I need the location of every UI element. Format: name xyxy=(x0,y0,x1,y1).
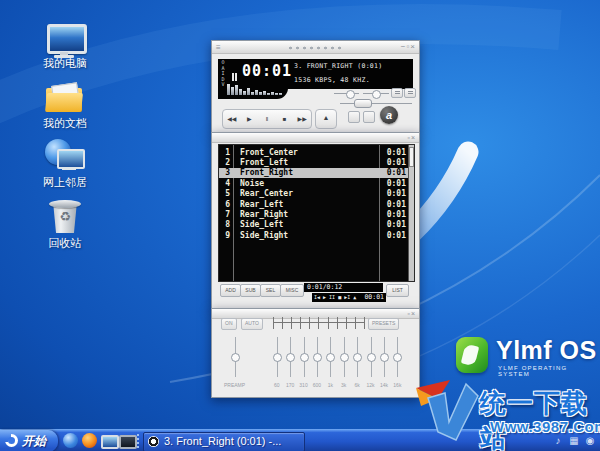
quick-launch-terminal[interactable] xyxy=(119,433,135,449)
eq-bands: 60 170 310 600 1k 3k 6k 12k 14k 16k xyxy=(270,335,404,393)
playlist-sel-button[interactable]: SEL xyxy=(260,284,281,297)
eq-graph xyxy=(273,317,365,329)
window-menu-icon[interactable]: ≡ xyxy=(216,43,221,52)
os-subtitle: YLMF OPERATING SYSTEM xyxy=(498,365,600,377)
eq-slider-knob[interactable] xyxy=(340,353,349,362)
desktop-icon-network-places[interactable]: 网上邻居 xyxy=(28,133,102,190)
playlist[interactable]: 1Front_Center0:01 2Front_Left0:01 3Front… xyxy=(218,144,415,282)
desktop-icon-my-documents[interactable]: 我的文档 xyxy=(28,74,102,131)
eq-slider-knob[interactable] xyxy=(326,353,335,362)
quick-launch-browser[interactable] xyxy=(63,433,79,449)
mini-eject-button[interactable]: ▲ xyxy=(353,294,356,300)
desktop-icon-recycle-bin[interactable]: ♻ 回收站 xyxy=(28,194,102,251)
eq-preamp: PREAMP xyxy=(228,335,241,393)
close-icon[interactable]: × xyxy=(411,310,416,317)
playlist-row-selected[interactable]: 3Front_Right0:01 xyxy=(219,168,408,178)
audacious-logo-icon[interactable]: a xyxy=(380,106,398,124)
ylmf-logo-icon xyxy=(456,337,488,373)
quick-launch-show-desktop[interactable] xyxy=(101,433,117,449)
clutterbar[interactable]: O A I D V xyxy=(220,60,226,88)
titlebar-dots xyxy=(287,44,345,50)
playlist-row[interactable]: 4Noise0:01 xyxy=(219,178,408,188)
preamp-slider-knob[interactable] xyxy=(231,353,240,362)
preamp-label: PREAMP xyxy=(222,382,247,388)
player-task-icon xyxy=(148,436,159,447)
playlist-row[interactable]: 1Front_Center0:01 xyxy=(219,147,408,157)
playlist-position-display: 0:01/0:12 xyxy=(304,283,383,292)
playlist-row[interactable]: 2Front_Left0:01 xyxy=(219,157,408,167)
volume-knob[interactable] xyxy=(346,90,355,99)
playlist-list-button[interactable]: LIST xyxy=(386,284,409,297)
playlist-sub-button[interactable]: SUB xyxy=(240,284,261,297)
playlist-titlebar[interactable]: ▫× xyxy=(212,133,419,143)
system-tray: ♪ ▦ ◉ xyxy=(552,434,596,447)
pause-button[interactable]: ‖ xyxy=(258,110,276,128)
task-button-player[interactable]: 3. Front_Right (0:01) -... xyxy=(143,432,305,451)
close-icon[interactable]: × xyxy=(410,42,416,51)
time-display[interactable]: 00:01 xyxy=(242,62,292,80)
shuffle-button[interactable] xyxy=(348,111,360,123)
next-button[interactable]: ▶▶ xyxy=(293,110,311,128)
playlist-scrollbar-thumb[interactable] xyxy=(409,147,414,167)
repeat-button[interactable] xyxy=(363,111,375,123)
desktop-icon-label: 我的文档 xyxy=(28,116,102,131)
desktop-icon-my-computer[interactable]: 我的电脑 xyxy=(28,14,102,71)
eq-slider-knob[interactable] xyxy=(300,353,309,362)
desktop: 我的电脑 我的文档 网上邻居 ♻ 回收站 ≡ −▫× O A I D V xyxy=(0,0,600,451)
eject-button[interactable]: ▲ xyxy=(315,109,337,129)
eq-slider-knob[interactable] xyxy=(313,353,322,362)
playlist-toggle-button[interactable] xyxy=(404,88,416,98)
eq-presets-button[interactable]: PRESETS xyxy=(368,318,399,330)
playlist-row[interactable]: 8Side_Left0:01 xyxy=(219,220,408,230)
eq-slider-knob[interactable] xyxy=(393,353,402,362)
previous-button[interactable]: ◀◀ xyxy=(223,110,241,128)
playlist-scrollbar[interactable] xyxy=(408,145,414,281)
desktop-icon-label: 我的电脑 xyxy=(28,56,102,71)
taskbar-separator xyxy=(136,433,140,449)
balance-knob[interactable] xyxy=(372,90,381,99)
mini-previous-button[interactable]: I◀ xyxy=(314,294,320,300)
eq-band-slider[interactable]: 16k xyxy=(391,335,404,393)
terminal-icon xyxy=(119,435,137,449)
eq-auto-button[interactable]: AUTO xyxy=(241,318,263,330)
player-main-titlebar[interactable]: ≡ −▫× xyxy=(212,41,419,54)
mini-play-button[interactable]: ▶ xyxy=(323,294,326,300)
my-computer-icon xyxy=(47,24,83,54)
playlist-misc-button[interactable]: MISC xyxy=(280,284,304,297)
playlist-row[interactable]: 6Rear_Left0:01 xyxy=(219,199,408,209)
eq-slider-knob[interactable] xyxy=(273,353,282,362)
close-icon[interactable]: × xyxy=(411,134,416,141)
eq-on-button[interactable]: ON xyxy=(221,318,237,330)
quick-launch-firefox[interactable] xyxy=(82,433,98,449)
start-logo-icon xyxy=(5,434,18,447)
tray-display-icon[interactable]: ▦ xyxy=(568,434,580,447)
playlist-row[interactable]: 9Side_Right0:01 xyxy=(219,230,408,240)
tray-network-icon[interactable]: ◉ xyxy=(584,434,596,447)
playlist-row[interactable]: 5Rear_Center0:01 xyxy=(219,189,408,199)
eq-slider-knob[interactable] xyxy=(353,353,362,362)
mini-pause-button[interactable]: II xyxy=(329,294,335,300)
transport-controls: ◀◀ ▶ ‖ ■ ▶▶ xyxy=(222,109,312,129)
start-button[interactable]: 开始 xyxy=(0,430,58,451)
stop-button[interactable]: ■ xyxy=(276,110,294,128)
eq-slider-knob[interactable] xyxy=(286,353,295,362)
recycle-bin-icon: ♻ xyxy=(49,200,81,234)
playlist-elapsed-display: 00:01 xyxy=(364,293,384,302)
mini-stop-button[interactable]: ■ xyxy=(338,294,341,300)
playlist-mini-controls: I◀ ▶ II ■ ▶I ▲ 00:01 xyxy=(312,293,386,302)
eq-slider-knob[interactable] xyxy=(380,353,389,362)
seek-handle[interactable] xyxy=(354,99,372,108)
spectrum-visualizer[interactable] xyxy=(227,81,283,95)
mini-next-button[interactable]: ▶I xyxy=(344,294,350,300)
track-title-display[interactable]: 3. FRONT_RIGHT (0:01) xyxy=(294,62,382,70)
equalizer-toggle-button[interactable] xyxy=(391,88,403,98)
eq-slider-knob[interactable] xyxy=(367,353,376,362)
pause-indicator-icon xyxy=(232,67,239,75)
seek-bar[interactable] xyxy=(340,103,412,104)
tray-audio-icon[interactable]: ♪ xyxy=(552,434,564,447)
playlist-row[interactable]: 7Rear_Right0:01 xyxy=(219,209,408,219)
playlist-rows: 1Front_Center0:01 2Front_Left0:01 3Front… xyxy=(219,147,408,241)
firefox-icon xyxy=(82,433,97,448)
play-button[interactable]: ▶ xyxy=(241,110,259,128)
playlist-add-button[interactable]: ADD xyxy=(220,284,241,297)
